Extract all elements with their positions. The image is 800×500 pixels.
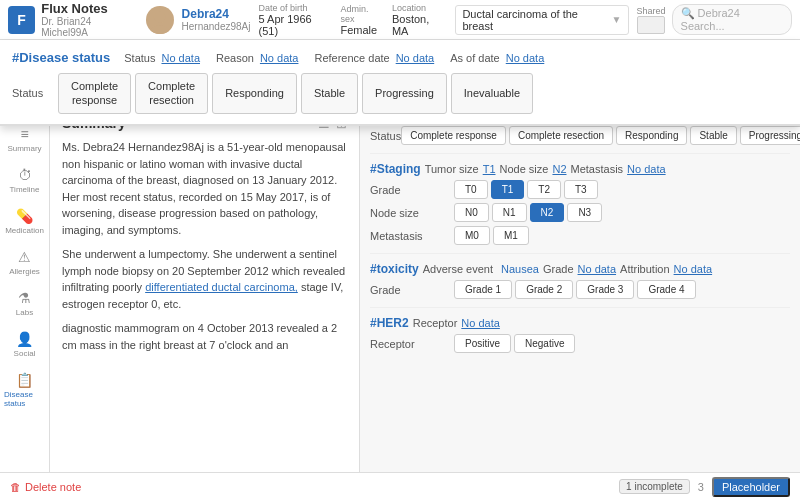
shared-icon	[637, 16, 665, 34]
toxicity-grade1[interactable]: Grade 1	[454, 280, 512, 299]
location-value: Boston, MA	[392, 13, 447, 37]
metastasis-btn-m1[interactable]: M1	[493, 226, 529, 245]
toxicity-grade4[interactable]: Grade 4	[637, 280, 695, 299]
main-layout: 🔍 ≡ Summary ⏱ Timeline 💊 Medication ⚠ Al…	[0, 80, 800, 500]
summary-text: Ms. Debra24 Hernandez98Aj is a 51-year-o…	[62, 139, 347, 353]
patient-name[interactable]: Debra24	[182, 7, 251, 21]
btn-responding[interactable]: Responding	[212, 73, 297, 114]
app-logo: F	[8, 6, 35, 34]
staging-metastasis-label: Metastasis	[571, 163, 624, 175]
sidebar-item-social[interactable]: 👤 Social	[10, 327, 40, 362]
placeholder-btn[interactable]: Placeholder	[712, 477, 790, 497]
timeline-icon: ⏱	[18, 167, 32, 183]
her2-section-label[interactable]: #HER2	[370, 316, 409, 330]
grade-btn-t0[interactable]: T0	[454, 180, 488, 199]
node-btn-n0[interactable]: N0	[454, 203, 489, 222]
ds-cell-stable[interactable]: Stable	[690, 126, 736, 145]
btn-stable[interactable]: Stable	[301, 73, 358, 114]
dropdown-status-value[interactable]: No data	[161, 52, 200, 64]
node-btn-n3[interactable]: N3	[567, 203, 602, 222]
sidebar-item-medication[interactable]: 💊 Medication	[1, 204, 48, 239]
sidebar-label-medication: Medication	[5, 226, 44, 235]
btn-complete-response[interactable]: Completeresponse	[58, 73, 131, 114]
dropdown-sub-label: Status	[12, 87, 52, 99]
delete-note-btn[interactable]: 🗑 Delete note	[10, 481, 81, 493]
trash-icon: 🗑	[10, 481, 21, 493]
summary-para-3: diagnostic mammogram on 4 October 2013 r…	[62, 320, 347, 353]
her2-negative[interactable]: Negative	[514, 334, 575, 353]
node-btn-n1[interactable]: N1	[492, 203, 527, 222]
ds-cell-complete-resection[interactable]: Complete resection	[509, 126, 613, 145]
staging-section-label[interactable]: #Staging	[370, 162, 421, 176]
sidebar-label-labs: Labs	[16, 308, 33, 317]
staging-metastasis-val[interactable]: No data	[627, 163, 666, 175]
her2-section-row: #HER2 Receptor No data	[370, 312, 790, 334]
left-panel: Hernandez98Aj's primary care physician f…	[50, 80, 360, 500]
grade-btn-t1[interactable]: T1	[491, 180, 525, 199]
her2-receptor-row: Receptor Positive Negative	[370, 334, 790, 353]
node-cells: N0 N1 N2 N3	[454, 203, 602, 222]
metastasis-row-label: Metastasis	[370, 230, 450, 242]
dropdown-asof-value[interactable]: No data	[506, 52, 545, 64]
logo-area: F Flux Notes Dr. Brian24 Michel99A	[8, 1, 138, 38]
node-btn-n2[interactable]: N2	[530, 203, 565, 222]
metastasis-btn-m0[interactable]: M0	[454, 226, 490, 245]
her2-section: #HER2 Receptor No data Receptor Positive…	[370, 312, 790, 353]
sidebar-item-timeline[interactable]: ⏱ Timeline	[6, 163, 44, 198]
her2-receptor-row-label: Receptor	[370, 338, 450, 350]
dropdown-reason-value[interactable]: No data	[260, 52, 299, 64]
search-box[interactable]: 🔍 Debra24 Search...	[672, 4, 792, 35]
toxicity-grade3[interactable]: Grade 3	[576, 280, 634, 299]
app-subtitle: Dr. Brian24 Michel99A	[41, 16, 138, 38]
toxicity-adverse-val[interactable]: Nausea	[501, 263, 539, 275]
sidebar-item-allergies[interactable]: ⚠ Allergies	[5, 245, 44, 280]
toxicity-grade-val[interactable]: No data	[578, 263, 617, 275]
dropdown-header-row: #Disease status Status No data Reason No…	[12, 50, 788, 65]
sidebar-item-summary[interactable]: ≡ Summary	[3, 122, 45, 157]
ds-cell-complete-response[interactable]: Complete response	[401, 126, 506, 145]
medication-icon: 💊	[16, 208, 33, 224]
svg-point-1	[150, 24, 170, 33]
labs-icon: ⚗	[18, 290, 31, 306]
disease-status-table: Status Complete response Complete resect…	[370, 126, 790, 145]
toxicity-section-label[interactable]: #toxicity	[370, 262, 419, 276]
grade-btn-t3[interactable]: T3	[564, 180, 598, 199]
ds-cell-progressing[interactable]: Progressing	[740, 126, 800, 145]
summary-icon: ≡	[20, 126, 28, 142]
dropdown-section[interactable]: #Disease status	[12, 50, 110, 65]
svg-point-0	[154, 11, 166, 23]
toxicity-attribution-val[interactable]: No data	[674, 263, 713, 275]
delete-label: Delete note	[25, 481, 81, 493]
staging-node-val[interactable]: N2	[552, 163, 566, 175]
location-label: Location	[392, 3, 447, 13]
patient-avatar[interactable]	[146, 6, 173, 34]
highlight-text: differentiated ductal carcinoma,	[145, 281, 298, 293]
btn-complete-resection[interactable]: Completeresection	[135, 73, 208, 114]
diagnosis-field[interactable]: Ductal carcinoma of the breast ▼	[455, 5, 628, 35]
her2-receptor-label: Receptor	[413, 317, 458, 329]
sidebar-label-disease-status: Disease status	[4, 390, 45, 408]
grade-btn-t2[interactable]: T2	[527, 180, 561, 199]
staging-section-row: #Staging Tumor size T1 Node size N2 Meta…	[370, 158, 790, 180]
btn-inevaluable[interactable]: Inevaluable	[451, 73, 533, 114]
sidebar-item-disease-status[interactable]: 📋 Disease status	[0, 368, 49, 412]
staging-tumor-val[interactable]: T1	[483, 163, 496, 175]
her2-receptor-val[interactable]: No data	[461, 317, 500, 329]
dob-field: Date of birth 5 Apr 1966 (51)	[258, 3, 332, 37]
dropdown-refdate-label: Reference date	[314, 52, 389, 64]
patient-info: Debra24 Hernandez98Aj	[182, 7, 251, 32]
toxicity-grade2[interactable]: Grade 2	[515, 280, 573, 299]
node-size-label: Node size	[370, 207, 450, 219]
social-icon: 👤	[16, 331, 33, 347]
metastasis-cells: M0 M1	[454, 226, 529, 245]
diagnosis-chevron[interactable]: ▼	[612, 14, 622, 25]
her2-positive[interactable]: Positive	[454, 334, 511, 353]
node-size-row: Node size N0 N1 N2 N3	[370, 203, 790, 222]
dropdown-refdate-value[interactable]: No data	[396, 52, 435, 64]
allergies-icon: ⚠	[18, 249, 31, 265]
ds-cell-responding[interactable]: Responding	[616, 126, 687, 145]
sidebar-item-labs[interactable]: ⚗ Labs	[12, 286, 37, 321]
btn-progressing[interactable]: Progressing	[362, 73, 447, 114]
toxicity-grade-row-label: Grade	[370, 284, 450, 296]
sidebar-label-social: Social	[14, 349, 36, 358]
